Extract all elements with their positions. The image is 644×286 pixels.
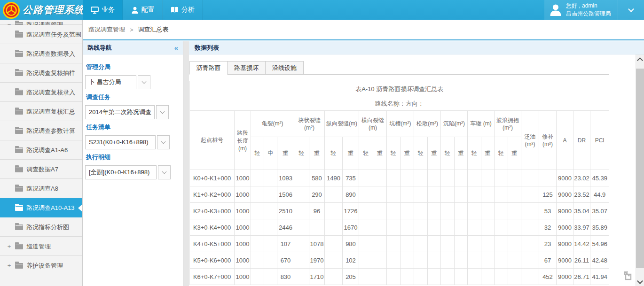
data-list-panel: 数据列表 沥青路面 路基损坏 沿线设施 表A-10 沥青路面损坏调查汇总表路线名… [189, 41, 644, 286]
value-cell [325, 186, 343, 203]
detail-select-value[interactable]: [全副](K0+0-K16+898) [85, 165, 157, 179]
sidebar-item[interactable]: 路况调查A1-A6 [0, 140, 82, 160]
folder-icon [15, 109, 23, 115]
sidebar-item[interactable]: 路况指标分析图 [0, 217, 82, 237]
sidebar-item-label: 路况调查A8 [26, 179, 58, 198]
value-cell: 14.42 [573, 236, 590, 252]
value-cell [401, 252, 414, 269]
sidebar-item[interactable]: 路况调查复核抽样 [0, 63, 82, 83]
folder-icon [15, 128, 23, 134]
tab-roadside-facilities[interactable]: 沿线设施 [266, 61, 304, 75]
sidebar-item[interactable]: +养护设备管理 [0, 256, 82, 275]
task-select-value[interactable]: 2014年第二次路况调查 [85, 105, 155, 119]
sidebar-item[interactable]: 路况调查任务及范围 [0, 25, 82, 44]
value-cell: 2510 [277, 203, 294, 219]
nav-tab-business[interactable]: 业务 [83, 0, 123, 20]
scrollbar-thumb[interactable] [636, 69, 644, 268]
sidebar-item[interactable]: 路况调查A10-A13 [0, 198, 82, 217]
user-dropdown-toggle[interactable] [618, 0, 644, 20]
folder-icon [15, 51, 23, 57]
branch-select-toggle[interactable] [138, 75, 150, 89]
value-cell [309, 219, 325, 236]
sidebar-item[interactable]: +巡道管理 [0, 237, 82, 256]
value-cell [481, 252, 495, 269]
breadcrumb-parent[interactable]: 路况调查管理 [88, 25, 125, 34]
value-cell [294, 236, 309, 252]
value-cell: 26.11 [573, 252, 590, 269]
severity-header: 轻 [495, 137, 508, 170]
user-menu[interactable]: 您好 , admin 昌吉州公路管理局 [544, 0, 618, 20]
app-logo-icon [3, 2, 20, 19]
value-cell [325, 252, 343, 269]
popout-resize-icon[interactable] [623, 271, 634, 281]
length-cell: 1000 [235, 203, 251, 219]
length-cell: 1000 [235, 170, 251, 186]
value-cell: 107 [277, 236, 294, 252]
table-row[interactable]: K3+0-K4+00010002446167032900033.9735.89 [190, 219, 609, 236]
tasklist-select-toggle[interactable] [157, 135, 170, 149]
value-cell [521, 269, 539, 285]
value-cell [481, 269, 495, 285]
data-list-title: 数据列表 [195, 44, 219, 52]
sidebar-item[interactable]: −路况调查管理 [0, 20, 82, 25]
value-cell [414, 252, 428, 269]
nav-tab-config[interactable]: 配置 [123, 0, 163, 20]
sidebar-item[interactable]: 路况调查数据录入 [0, 44, 82, 63]
expand-icon[interactable]: + [7, 243, 12, 250]
sidebar-item[interactable]: 路况调查复核录入 [0, 83, 82, 102]
chevron-down-icon [160, 109, 165, 114]
value-cell [495, 269, 508, 285]
value-cell: 33.97 [573, 219, 590, 236]
severity-header: 轻 [468, 137, 481, 170]
value-cell [508, 219, 521, 236]
person-icon [131, 7, 139, 14]
value-cell [455, 186, 468, 203]
value-cell [455, 269, 468, 285]
length-cell: 1000 [235, 236, 251, 252]
sidebar-item[interactable]: 调查数据A7 [0, 160, 82, 179]
tab-subgrade-damage[interactable]: 路基损坏 [228, 61, 266, 75]
table-row[interactable]: K6+0-K7+00010008301710205452900026.7141.… [190, 269, 609, 285]
panel-collapse-icon[interactable]: « [174, 44, 178, 52]
value-cell: 53 [539, 203, 557, 219]
column-header: DR [573, 111, 590, 170]
table-row[interactable]: K5+0-K6+0001000670197010267900026.1142.4… [190, 252, 609, 269]
avatar-icon [549, 3, 562, 16]
sidebar-item[interactable]: 路况调查参数计算 [0, 121, 82, 140]
value-cell [264, 170, 277, 186]
branch-select-value[interactable]: 卜 昌吉分局 [85, 75, 136, 89]
group-header: 松散(m²) [414, 111, 441, 137]
value-cell [359, 170, 373, 186]
table-title: 表A-10 沥青路面损坏调查汇总表 [190, 81, 609, 97]
table-row[interactable]: K2+0-K3+0001000251096172653900035.0435.0… [190, 203, 609, 219]
severity-header: 重 [481, 137, 495, 170]
vertical-scrollbar[interactable] [636, 54, 644, 286]
tasklist-select-value[interactable]: S231(K0+0-K16+898) [85, 135, 156, 149]
sidebar-item[interactable]: 路况调查复核汇总 [0, 102, 82, 121]
severity-header: 轻 [414, 137, 428, 170]
value-cell [521, 186, 539, 203]
table-row[interactable]: K4+0-K5+0001000107107898023900014.4254.9… [190, 236, 609, 252]
tasklist-select: S231(K0+0-K16+898) [85, 135, 183, 149]
expand-icon[interactable]: + [7, 263, 12, 269]
book-icon [171, 7, 179, 13]
nav-tab-analysis[interactable]: 分析 [163, 0, 203, 20]
sidebar-item[interactable]: 路况调查A8 [0, 179, 82, 198]
scroll-up-icon[interactable] [637, 57, 643, 63]
severity-header: 重 [455, 137, 468, 170]
table-row[interactable]: K1+0-K2+00010001506290890125900023.5244.… [190, 186, 609, 203]
tab-asphalt-pavement[interactable]: 沥青路面 [189, 61, 228, 75]
table-row[interactable]: K0+0-K1+000100010935801490735900023.0245… [190, 170, 609, 186]
value-cell [373, 186, 387, 203]
value-cell [251, 236, 264, 252]
group-header: 横向裂缝(m) [359, 111, 387, 137]
severity-header: 中 [264, 137, 277, 170]
value-cell: 35.04 [573, 203, 590, 219]
value-cell [508, 170, 521, 186]
detail-select-toggle[interactable] [158, 165, 171, 179]
stake-cell: K4+0-K5+000 [190, 236, 235, 252]
task-select-toggle[interactable] [156, 105, 169, 119]
value-cell [414, 236, 428, 252]
scroll-down-icon[interactable] [637, 278, 643, 284]
value-cell [414, 203, 428, 219]
